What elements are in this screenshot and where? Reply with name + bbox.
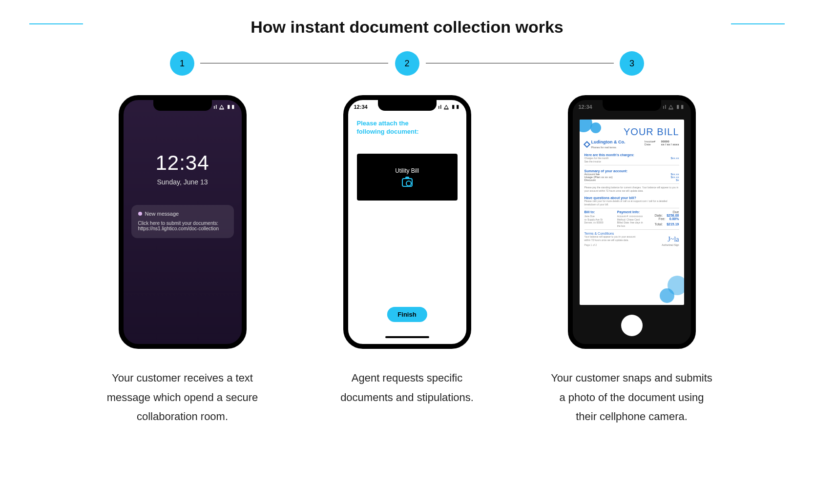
step-1-caption: Your customer receives a text message wh… (100, 368, 266, 426)
decor-line-left (29, 23, 83, 24)
signature: J~la (662, 236, 679, 243)
step-connector-2 (426, 63, 614, 63)
status-icons: ıl ⧋ ▮▮ (663, 104, 685, 110)
notification-body-link: https://ns1.lightico.com/doc-collection (138, 226, 227, 231)
phone-mock-upload: 12:34 ıl ⧋ ▮▮ Please attach the followin… (343, 95, 471, 349)
step-2-column: 12:34 ıl ⧋ ▮▮ Please attach the followin… (324, 95, 490, 426)
billto-title: Bill to: (584, 210, 613, 214)
company-name: Ludington & Co. (591, 140, 626, 144)
step-1-badge: 1 (170, 51, 194, 76)
step-3-column: 12:34 ıl ⧋ ▮▮ YOUR BILL Ludington & Co. … (549, 95, 715, 426)
upload-prompt: Please attach the following document: (357, 120, 419, 136)
notification-card[interactable]: New message Click here to submit your do… (131, 205, 234, 238)
home-button[interactable] (621, 315, 643, 336)
notification-title: New message (145, 211, 179, 217)
bill-disclaimer: Please pay the standing balance for curr… (584, 186, 679, 192)
step-indicator: 1 2 3 (0, 46, 814, 81)
section-questions: Have questions about your bill? (584, 196, 679, 200)
camera-icon (402, 178, 413, 187)
company-logo-icon (583, 141, 590, 148)
notification-body-line1: Click here to submit your documents: (138, 221, 227, 226)
home-indicator (385, 336, 429, 338)
status-time: 12:34 (354, 104, 368, 110)
page-title: How instant document collection works (0, 18, 814, 37)
step-3-badge: 3 (620, 51, 644, 76)
step-2-caption: Agent requests specific documents and st… (324, 368, 490, 407)
status-icons: ıl ⧋ ▮▮ (438, 104, 460, 110)
lockscreen-date: Sunday, June 13 (124, 178, 242, 186)
page-number: Page 1 of 2 (584, 243, 638, 246)
step-connector-1 (200, 63, 388, 63)
bill-meta: Invoice#00000 Datexx / xx / xxxx (645, 140, 679, 146)
step-3-caption: Your customer snaps and submits a photo … (549, 368, 715, 426)
document-upload-tile[interactable]: Utility Bill (357, 154, 458, 201)
decor-line-right (731, 23, 785, 24)
notification-app-icon (138, 212, 142, 216)
terms-title: Terms & Conditions (584, 232, 638, 235)
status-time: 12:34 (579, 104, 592, 110)
decor-blob (660, 288, 674, 303)
signature-label: Authorized Sign (662, 243, 679, 246)
decor-blob (590, 122, 601, 133)
phone-mock-capture: 12:34 ıl ⧋ ▮▮ YOUR BILL Ludington & Co. … (568, 95, 696, 349)
section-summary: Summary of your account: (584, 169, 679, 173)
finish-button[interactable]: Finish (387, 307, 427, 322)
document-type-label: Utility Bill (395, 167, 419, 174)
section-charges: Here are this month's charges: (584, 153, 679, 157)
status-icons: ıl ⧋ ▮▮ (213, 104, 235, 110)
phone-mock-lockscreen: 12:34 ıl ⧋ ▮▮ 12:34 Sunday, June 13 New … (119, 95, 247, 349)
step-1-column: 12:34 ıl ⧋ ▮▮ 12:34 Sunday, June 13 New … (100, 95, 266, 426)
company-tagline: Phones for real terms (591, 146, 616, 149)
lockscreen-clock: 12:34 (124, 151, 242, 175)
captured-document: YOUR BILL Ludington & Co. Phones for rea… (580, 120, 684, 305)
step-2-badge: 2 (395, 51, 419, 76)
payinfo-title: Payment Info: (617, 210, 646, 214)
